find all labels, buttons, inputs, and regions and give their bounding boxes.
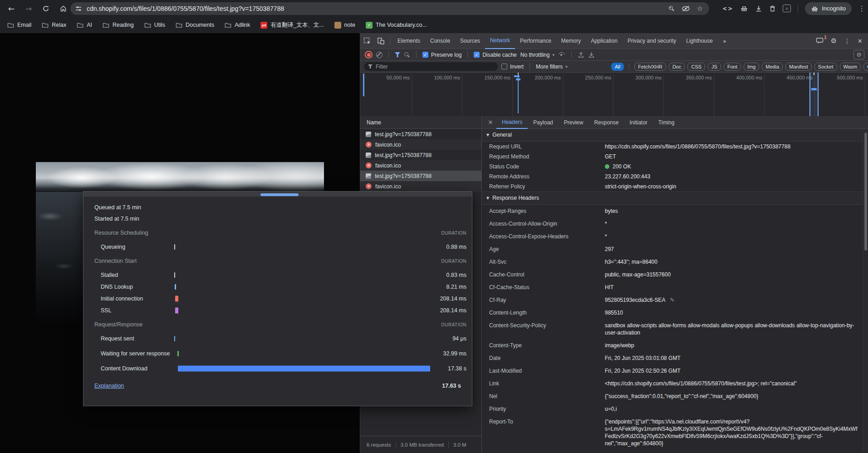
devtools-tab-privacy-and-security[interactable]: Privacy and security	[623, 34, 681, 49]
details-tab-initiator[interactable]: Initiator	[624, 117, 652, 128]
filter-chip-css[interactable]: CSS	[687, 63, 705, 71]
devtools-close-icon[interactable]: ✕	[858, 38, 863, 44]
details-tab-timing[interactable]: Timing	[653, 117, 680, 128]
details-tab-headers[interactable]: Headers	[496, 116, 528, 129]
throttling-select[interactable]: No throttling ▾	[520, 52, 554, 58]
devtools-tab-console[interactable]: Console	[425, 34, 455, 49]
details-scrollbar[interactable]	[863, 129, 868, 453]
extension-spy-icon[interactable]	[740, 5, 748, 12]
back-icon[interactable]: ←	[5, 3, 17, 15]
filter-chip-fetch-xhr[interactable]: Fetch/XHR	[634, 63, 666, 71]
details-tab-response[interactable]: Response	[588, 117, 624, 128]
edit-icon[interactable]: ✎	[670, 297, 674, 303]
scrollbar-thumb[interactable]	[864, 133, 867, 251]
request-row[interactable]: test.jpg?v=1750387788	[360, 129, 481, 139]
filter-chip-other[interactable]: Other	[863, 63, 868, 71]
downloads-icon[interactable]	[755, 5, 762, 12]
translate-extension-icon[interactable]: A	[783, 5, 791, 12]
details-tab-preview[interactable]: Preview	[559, 117, 589, 128]
search-icon[interactable]	[404, 52, 410, 58]
devtools-tab-performance[interactable]: Performance	[515, 34, 556, 49]
address-bar[interactable]: cdn.shopify.com/s/files/1/0886/0755/5870…	[70, 2, 709, 15]
error-icon: ✕	[366, 162, 372, 168]
bookmark-ai[interactable]: AI	[77, 22, 92, 28]
browser-menu-icon[interactable]: ⋮	[858, 5, 865, 13]
section-header-general[interactable]: ▼General	[482, 129, 863, 142]
explanation-link[interactable]: Explanation	[94, 383, 124, 389]
filter-chip-doc[interactable]: Doc	[669, 63, 685, 71]
filter-chip-media[interactable]: Media	[762, 63, 783, 71]
bookmark-adlink[interactable]: Adlink	[225, 22, 250, 28]
timing-tooltip: Queued at 7.5 min Started at 7.5 min Res…	[83, 191, 472, 406]
filter-input[interactable]: Filter	[364, 62, 498, 71]
forward-icon[interactable]: →	[23, 3, 34, 15]
bookmark-reading[interactable]: Reading	[103, 22, 134, 28]
devtools-tab-network[interactable]: Network	[485, 33, 515, 49]
timeline-selection[interactable]	[809, 73, 819, 116]
bookmark-the-vocabulary-co[interactable]: ✓The Vocabulary.co...	[366, 22, 427, 29]
filter-chip-js[interactable]: JS	[708, 63, 721, 71]
bookmark-utils[interactable]: Utils	[144, 22, 165, 28]
request-row[interactable]: test.jpg?v=1750387788	[360, 171, 481, 181]
record-icon[interactable]	[365, 51, 373, 59]
trash-extension-icon[interactable]	[769, 5, 776, 12]
export-har-icon[interactable]	[588, 51, 595, 58]
filter-chip-socket[interactable]: Socket	[814, 63, 837, 71]
more-tabs-icon[interactable]: »	[718, 34, 731, 49]
header-key: Last-Modified	[489, 367, 605, 374]
request-row[interactable]: ✕favicon.ico	[360, 160, 481, 171]
network-settings-gear[interactable]: ⚙	[853, 50, 864, 59]
zoom-icon[interactable]	[668, 5, 675, 12]
request-row[interactable]: ✕favicon.ico	[360, 181, 481, 192]
filter-chip-font[interactable]: Font	[724, 63, 741, 71]
extension-code-icon[interactable]: <>	[722, 5, 733, 12]
incognito-badge[interactable]: Incognito	[805, 2, 852, 15]
bookmark-documents[interactable]: Documents	[176, 22, 214, 28]
section-header-response-headers[interactable]: ▼Response Headers	[482, 192, 863, 205]
more-filters-select[interactable]: More filters ▾	[536, 64, 568, 70]
error-icon: ✕	[366, 142, 372, 148]
filter-chip-img[interactable]: Img	[744, 63, 759, 71]
site-info-icon[interactable]	[75, 5, 82, 12]
filter-chip-wasm[interactable]: Wasm	[840, 63, 861, 71]
bookmark-relax[interactable]: Relax	[42, 22, 66, 28]
disable-cache-checkbox[interactable]: ✓ Disable cache	[474, 52, 516, 58]
request-row[interactable]: ✕favicon.ico	[360, 139, 481, 150]
devtools-tab-lighthouse[interactable]: Lighthouse	[681, 34, 718, 49]
details-tabbar: ✕ HeadersPayloadPreviewResponseInitiator…	[482, 116, 868, 129]
import-har-icon[interactable]	[578, 51, 584, 58]
devtools-tab-application[interactable]: Application	[586, 34, 623, 49]
bookmark-email[interactable]: Email	[7, 22, 31, 28]
eye-off-icon[interactable]	[682, 5, 690, 12]
filter-toggle-icon[interactable]	[395, 52, 400, 57]
issues-icon[interactable]: 1	[816, 37, 824, 44]
reload-icon[interactable]	[40, 3, 52, 15]
network-timeline-overview[interactable]: 50,000 ms100,000 ms150,000 ms200,000 ms2…	[360, 73, 868, 117]
settings-gear-icon[interactable]: ⚙	[831, 38, 837, 44]
requests-column-header[interactable]: Name	[360, 116, 481, 129]
filter-chip-manifest[interactable]: Manifest	[785, 63, 812, 71]
device-toolbar-icon[interactable]	[375, 35, 387, 47]
blue-indicator	[260, 193, 299, 196]
inspect-icon[interactable]	[361, 35, 373, 47]
timeline-gridline	[563, 74, 563, 116]
bookmark-star-icon[interactable]: ☆	[697, 5, 703, 13]
invert-checkbox[interactable]: Invert	[501, 64, 524, 70]
network-conditions-icon[interactable]	[558, 52, 565, 58]
bookmark-note[interactable]: note	[334, 22, 355, 29]
home-icon[interactable]	[57, 3, 69, 15]
filter-chip-all[interactable]: All	[611, 63, 624, 71]
bookmark-[interactable]: yd有道翻译_文本、文...	[260, 21, 324, 29]
devtools-menu-icon[interactable]: ⋮	[844, 37, 850, 44]
timing-label: SSL	[94, 307, 172, 314]
clear-icon[interactable]	[376, 52, 383, 58]
details-tab-payload[interactable]: Payload	[528, 117, 558, 128]
request-row[interactable]: test.jpg?v=1750387788	[360, 150, 481, 160]
preserve-log-checkbox[interactable]: ✓ Preserve log	[422, 52, 461, 58]
timeline-label: 450,000 ms	[765, 75, 813, 80]
devtools-tab-elements[interactable]: Elements	[392, 34, 425, 49]
timeline-label: 500,000 ms	[816, 75, 863, 80]
devtools-tab-memory[interactable]: Memory	[556, 34, 586, 49]
close-details-icon[interactable]: ✕	[485, 118, 495, 128]
devtools-tab-sources[interactable]: Sources	[455, 34, 485, 49]
